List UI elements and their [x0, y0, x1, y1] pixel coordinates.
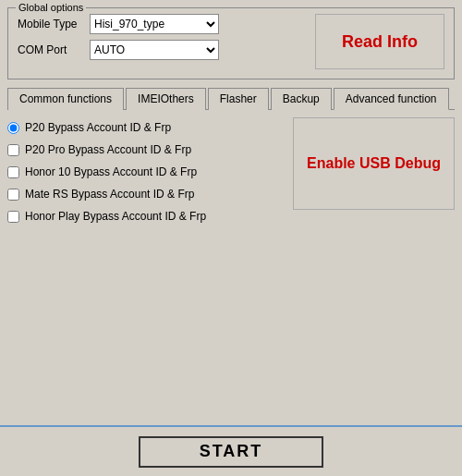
mobile-type-row: Mobile Type Hisi_970_typeHisi_960_typeHi…	[18, 14, 306, 34]
bottom-bar: START	[0, 425, 462, 476]
usb-debug-button[interactable]: Enable USB Debug	[307, 155, 441, 172]
option-checkbox-mates[interactable]	[7, 189, 19, 201]
option-label-mates[interactable]: Mate RS Bypass Account ID & Frp	[25, 188, 194, 201]
option-label-honor10[interactable]: Honor 10 Bypass Account ID & Frp	[25, 165, 197, 178]
tab-imei-others[interactable]: IMEIOthers	[126, 88, 206, 110]
option-row-5: Honor Play Bypass Account ID & Frp	[7, 210, 284, 223]
tab-advanced-function[interactable]: Advanced function	[334, 88, 449, 110]
option-row-4: Mate RS Bypass Account ID & Frp	[7, 188, 284, 201]
global-options-legend: Global options	[16, 2, 86, 13]
content-area: P20 Bypass Account ID & Frp P20 Pro Bypa…	[7, 117, 455, 223]
global-options-panel: Global options Mobile Type Hisi_970_type…	[7, 7, 455, 79]
mobile-type-select[interactable]: Hisi_970_typeHisi_960_typeHisi_950_type	[90, 14, 219, 34]
fields-column: Mobile Type Hisi_970_typeHisi_960_typeHi…	[18, 14, 306, 60]
option-checkbox-honor10[interactable]	[7, 166, 19, 178]
option-checkbox-honorplay[interactable]	[7, 211, 19, 223]
com-port-label: COM Port	[18, 43, 82, 56]
usb-debug-box[interactable]: Enable USB Debug	[293, 117, 455, 210]
com-port-select[interactable]: AUTOCOM1COM2COM3	[90, 40, 219, 60]
option-label-p20pro[interactable]: P20 Pro Bypass Account ID & Frp	[25, 143, 191, 156]
start-button[interactable]: START	[139, 436, 323, 468]
option-label-honorplay[interactable]: Honor Play Bypass Account ID & Frp	[25, 210, 206, 223]
option-checkbox-p20pro[interactable]	[7, 144, 19, 156]
mobile-type-label: Mobile Type	[18, 18, 82, 31]
advanced-options-list: P20 Bypass Account ID & Frp P20 Pro Bypa…	[7, 117, 284, 223]
option-label-p20[interactable]: P20 Bypass Account ID & Frp	[25, 121, 171, 134]
com-port-row: COM Port AUTOCOM1COM2COM3	[18, 40, 306, 60]
tab-backup[interactable]: Backup	[271, 88, 332, 110]
option-row-3: Honor 10 Bypass Account ID & Frp	[7, 165, 284, 178]
option-row-2: P20 Pro Bypass Account ID & Frp	[7, 143, 284, 156]
tabs-bar: Common functions IMEIOthers Flasher Back…	[7, 87, 455, 110]
option-row-1: P20 Bypass Account ID & Frp	[7, 121, 284, 134]
option-radio-p20[interactable]	[7, 122, 19, 134]
read-info-button[interactable]: Read Info	[315, 14, 444, 69]
tab-common-functions[interactable]: Common functions	[7, 88, 124, 110]
tab-flasher[interactable]: Flasher	[208, 88, 269, 110]
